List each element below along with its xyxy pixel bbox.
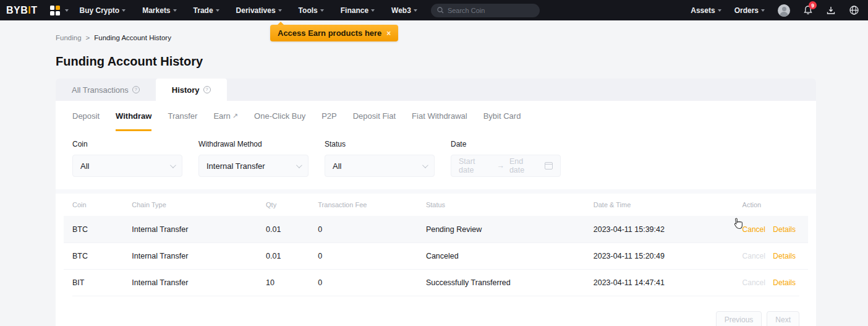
details-link[interactable]: Details [773,278,796,287]
coin-search[interactable] [431,4,540,17]
cell-coin: BTC [64,225,123,234]
subtab-one-click-buy[interactable]: One-Click Buy [254,101,305,131]
cell-chain-type: Internal Transfer [123,225,257,234]
cell-datetime: 2023-04-11 15:39:42 [585,225,734,234]
col-chain-type: Chain Type [123,201,257,208]
subtab-fiat-withdrawal[interactable]: Fiat Withdrawal [412,101,467,131]
nav-item-tools[interactable]: Tools [299,6,324,15]
cell-qty: 10 [257,278,309,287]
col-transaction-fee: Transaction Fee [309,201,417,208]
nav-item-trade[interactable]: Trade [194,6,219,15]
chevron-down-icon [65,9,69,12]
subtab-deposit[interactable]: Deposit [72,101,100,131]
subtabs: Deposit Withdraw Transfer Earn↗ One-Clic… [56,101,816,131]
start-date-placeholder[interactable]: Start date [459,157,491,174]
page-title: Funding Account History [56,54,203,69]
date-filter-group: Date Start date → End date [451,140,561,177]
date-range-picker[interactable]: Start date → End date [451,155,561,177]
cancel-link-disabled: Cancel [742,252,765,260]
chevron-down-icon [170,162,176,168]
download-app-button[interactable] [826,6,836,15]
cell-chain-type: Internal Transfer [123,252,257,260]
nav-item-markets[interactable]: Markets [142,6,176,15]
status-filter-select[interactable]: All [325,155,435,177]
nav-item-assets[interactable]: Assets [691,6,721,15]
logo-text-end: T [31,5,37,15]
coin-filter-value: All [80,161,89,171]
main-tabbar: All Transactions ? History ? [56,79,816,101]
cell-fee: 0 [309,225,417,234]
subtab-deposit-fiat[interactable]: Deposit Fiat [353,101,396,131]
breadcrumb-current: Funding Account History [94,34,171,41]
chevron-down-icon [122,9,126,12]
method-filter-label: Withdrawal Method [198,140,308,148]
chevron-down-icon [414,9,417,12]
nav-item-buy-crypto[interactable]: Buy Crypto [80,6,126,15]
cell-status: Canceled [417,252,585,260]
subtab-withdraw[interactable]: Withdraw [116,101,151,131]
chevron-down-icon [173,9,177,12]
table-row: BTC Internal Transfer 0.01 0 Canceled 20… [64,242,808,269]
cell-datetime: 2023-04-11 14:47:41 [585,278,734,287]
chevron-down-icon [278,9,282,12]
language-button[interactable] [849,5,859,15]
details-link[interactable]: Details [773,252,796,260]
next-page-button[interactable]: Next [767,311,799,326]
pagination: Previous Next [56,296,816,326]
method-filter-group: Withdrawal Method Internal Transfer [198,140,308,177]
cell-action: Cancel Details [734,278,808,287]
search-icon [437,7,444,14]
previous-page-button[interactable]: Previous [716,311,762,326]
date-filter-label: Date [451,140,561,148]
breadcrumb-funding[interactable]: Funding [56,34,82,41]
end-date-placeholder[interactable]: End date [509,157,540,174]
nav-item-orders[interactable]: Orders [734,6,765,15]
help-icon[interactable]: ? [203,86,211,93]
subtab-earn[interactable]: Earn↗ [213,101,238,131]
tab-history[interactable]: History ? [156,79,227,101]
help-icon[interactable]: ? [132,86,140,93]
tab-all-transactions[interactable]: All Transactions ? [56,79,156,101]
nav-item-web3[interactable]: Web3 [391,6,417,15]
logo-text: BYB [6,5,28,15]
chevron-down-icon [320,9,324,12]
arrow-right-icon: → [496,161,504,170]
nav-item-finance[interactable]: Finance [341,6,375,15]
subtab-bybit-card[interactable]: Bybit Card [483,101,521,131]
breadcrumb: Funding > Funding Account History [56,34,171,41]
details-link[interactable]: Details [773,225,796,234]
cell-action: Cancel Details [734,225,808,234]
search-input[interactable] [448,7,528,14]
subtab-p2p[interactable]: P2P [321,101,337,131]
cell-qty: 0.01 [257,225,309,234]
cell-coin: BIT [64,278,123,287]
chevron-down-icon [216,9,219,12]
notifications-button[interactable]: 9 [803,5,813,15]
subtab-transfer[interactable]: Transfer [168,101,197,131]
external-link-icon: ↗ [232,112,238,120]
withdrawals-table: Coin Chain Type Qty Transaction Fee Stat… [56,194,816,296]
apps-grid-icon[interactable] [50,6,60,15]
nav-item-derivatives[interactable]: Derivatives [236,6,282,15]
bybit-logo[interactable]: BYBIT [6,5,38,16]
col-status: Status [417,201,585,208]
cell-status: Pending Review [417,225,585,234]
top-navbar: BYBIT Buy Crypto Markets Trade Derivativ… [0,0,868,20]
col-action: Action [734,201,808,208]
earn-products-banner[interactable]: Access Earn products here × [270,25,398,41]
filters: Coin All Withdrawal Method Internal Tran… [56,131,816,189]
cancel-link[interactable]: Cancel [742,225,765,234]
chevron-down-icon [296,162,302,168]
notification-badge: 9 [809,1,817,9]
cell-datetime: 2023-04-11 15:20:49 [585,252,734,260]
download-icon [826,6,836,15]
table-header-row: Coin Chain Type Qty Transaction Fee Stat… [64,194,808,216]
col-qty: Qty [257,201,309,208]
user-avatar[interactable] [778,4,790,17]
close-icon[interactable]: × [386,29,391,38]
method-filter-select[interactable]: Internal Transfer [198,155,308,177]
cell-status: Successfully Transferred [417,278,585,287]
cell-action: Cancel Details [734,252,808,260]
section-divider [56,189,816,194]
coin-filter-select[interactable]: All [72,155,182,177]
